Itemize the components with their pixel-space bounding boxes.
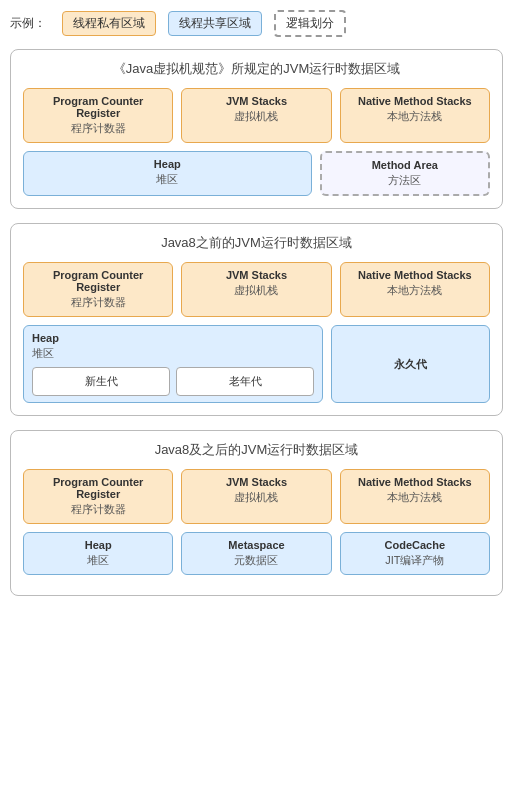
diagram3-jvm-stacks: JVM Stacks 虚拟机栈: [181, 469, 331, 524]
diagram1-heap-row: Heap 堆区 Method Area 方法区: [23, 151, 490, 196]
diagram2-native-stacks: Native Method Stacks 本地方法栈: [340, 262, 490, 317]
legend: 示例： 线程私有区域 线程共享区域 逻辑划分: [10, 10, 503, 37]
diagram3-ns-en: Native Method Stacks: [349, 476, 481, 488]
diagram1-jvms-zh: 虚拟机栈: [190, 109, 322, 124]
diagram2-pc-en: Program Counter Register: [32, 269, 164, 293]
diagram2-program-counter: Program Counter Register 程序计数器: [23, 262, 173, 317]
diagram2-perm-gen: 永久代: [331, 325, 490, 403]
diagram1: 《Java虚拟机规范》所规定的JVM运行时数据区域 Program Counte…: [10, 49, 503, 209]
diagram3: Java8及之后的JVM运行时数据区域 Program Counter Regi…: [10, 430, 503, 596]
diagram2-perm-en: 永久代: [394, 357, 427, 372]
diagram1-pc-zh: 程序计数器: [32, 121, 164, 136]
diagram3-row2: Heap 堆区 Metaspace 元数据区 CodeCache JIT编译产物: [23, 532, 490, 575]
legend-thread-shared-item: 线程共享区域: [168, 11, 262, 36]
diagram3-codecache: CodeCache JIT编译产物: [340, 532, 490, 575]
diagram1-jvms-en: JVM Stacks: [190, 95, 322, 107]
diagram1-program-counter: Program Counter Register 程序计数器: [23, 88, 173, 143]
diagram3-metaspace: Metaspace 元数据区: [181, 532, 331, 575]
diagram2-pc-zh: 程序计数器: [32, 295, 164, 310]
diagram3-heap-en: Heap: [32, 539, 164, 551]
legend-thread-private-box: 线程私有区域: [62, 11, 156, 36]
diagram3-row1: Program Counter Register 程序计数器 JVM Stack…: [23, 469, 490, 524]
diagram3-heap: Heap 堆区: [23, 532, 173, 575]
diagram1-heap: Heap 堆区: [23, 151, 312, 196]
diagram2-jvms-en: JVM Stacks: [190, 269, 322, 281]
diagram1-pc-en: Program Counter Register: [32, 95, 164, 119]
diagram3-cc-en: CodeCache: [349, 539, 481, 551]
diagram2-ns-zh: 本地方法栈: [349, 283, 481, 298]
diagram3-meta-en: Metaspace: [190, 539, 322, 551]
diagram3-jvms-en: JVM Stacks: [190, 476, 322, 488]
diagram2: Java8之前的JVM运行时数据区域 Program Counter Regis…: [10, 223, 503, 416]
diagram1-method-area: Method Area 方法区: [320, 151, 490, 196]
diagram1-ns-zh: 本地方法栈: [349, 109, 481, 124]
diagram3-title: Java8及之后的JVM运行时数据区域: [23, 441, 490, 459]
diagram3-native-stacks: Native Method Stacks 本地方法栈: [340, 469, 490, 524]
diagram2-heap-row: Heap 堆区 新生代 老年代 永久代: [23, 325, 490, 403]
diagram3-program-counter: Program Counter Register 程序计数器: [23, 469, 173, 524]
diagram2-ns-en: Native Method Stacks: [349, 269, 481, 281]
diagram2-heap-inner-row: 新生代 老年代: [32, 367, 314, 396]
diagram1-heap-en: Heap: [32, 158, 303, 170]
diagram3-heap-zh: 堆区: [32, 553, 164, 568]
legend-logic-item: 逻辑划分: [274, 10, 346, 37]
diagram2-old-gen: 老年代: [176, 367, 314, 396]
diagram2-title: Java8之前的JVM运行时数据区域: [23, 234, 490, 252]
diagram3-pc-zh: 程序计数器: [32, 502, 164, 517]
diagram1-jvm-stacks: JVM Stacks 虚拟机栈: [181, 88, 331, 143]
diagram2-heap-zh: 堆区: [32, 346, 314, 361]
diagram1-ma-zh: 方法区: [330, 173, 480, 188]
diagram1-ns-en: Native Method Stacks: [349, 95, 481, 107]
diagram3-pc-en: Program Counter Register: [32, 476, 164, 500]
diagram3-cc-zh: JIT编译产物: [349, 553, 481, 568]
diagram2-row1: Program Counter Register 程序计数器 JVM Stack…: [23, 262, 490, 317]
diagram2-jvm-stacks: JVM Stacks 虚拟机栈: [181, 262, 331, 317]
legend-thread-private-item: 线程私有区域: [62, 11, 156, 36]
diagram3-ns-zh: 本地方法栈: [349, 490, 481, 505]
diagram1-row1: Program Counter Register 程序计数器 JVM Stack…: [23, 88, 490, 143]
diagram2-jvms-zh: 虚拟机栈: [190, 283, 322, 298]
diagram2-heap-en: Heap: [32, 332, 59, 344]
diagram1-title: 《Java虚拟机规范》所规定的JVM运行时数据区域: [23, 60, 490, 78]
diagram3-jvms-zh: 虚拟机栈: [190, 490, 322, 505]
diagram1-ma-en: Method Area: [330, 159, 480, 171]
legend-logic-box: 逻辑划分: [274, 10, 346, 37]
diagram1-native-stacks: Native Method Stacks 本地方法栈: [340, 88, 490, 143]
diagram2-young-gen: 新生代: [32, 367, 170, 396]
legend-label: 示例：: [10, 15, 46, 32]
legend-thread-shared-box: 线程共享区域: [168, 11, 262, 36]
diagram1-heap-zh: 堆区: [32, 172, 303, 187]
diagram3-meta-zh: 元数据区: [190, 553, 322, 568]
diagram2-heap-outer: Heap 堆区 新生代 老年代: [23, 325, 323, 403]
